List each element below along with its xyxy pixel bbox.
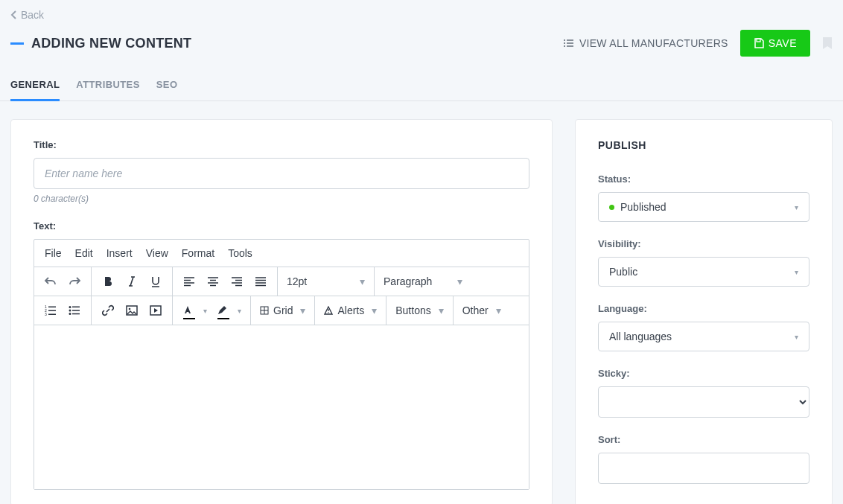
align-justify-icon bbox=[255, 276, 267, 287]
menu-file[interactable]: File bbox=[45, 247, 62, 259]
publish-card: PUBLISH Status: Published ▾ Visibility: … bbox=[575, 119, 833, 504]
unordered-list-icon bbox=[69, 305, 80, 316]
text-label: Text: bbox=[34, 220, 529, 232]
tab-attributes[interactable]: ATTRIBUTES bbox=[76, 71, 139, 101]
align-right-button[interactable] bbox=[225, 269, 249, 293]
toolbar-row-2: 123 bbox=[34, 296, 529, 325]
chevron-down-icon: ▾ bbox=[795, 268, 798, 276]
back-link[interactable]: Back bbox=[0, 0, 843, 24]
status-dot-icon bbox=[609, 205, 614, 210]
main-card: Title: 0 character(s) Text: File Edit In… bbox=[10, 119, 553, 504]
char-count-num: 0 bbox=[34, 194, 39, 204]
other-dropdown[interactable]: Other ▾ bbox=[454, 296, 510, 325]
toolbar-row-1: 12pt ▾ Paragraph ▾ bbox=[34, 267, 529, 296]
buttons-dropdown[interactable]: Buttons ▾ bbox=[386, 296, 453, 325]
undo-button[interactable] bbox=[39, 269, 63, 293]
align-center-icon bbox=[207, 276, 219, 287]
svg-rect-5 bbox=[567, 45, 573, 46]
italic-button[interactable] bbox=[120, 269, 144, 293]
language-select[interactable]: All languages ▾ bbox=[598, 322, 809, 351]
svg-point-4 bbox=[564, 45, 565, 47]
chevron-down-icon: ▾ bbox=[203, 307, 207, 315]
status-select[interactable]: Published ▾ bbox=[598, 192, 809, 222]
chevron-down-icon: ▾ bbox=[496, 304, 501, 316]
tab-seo[interactable]: SEO bbox=[156, 71, 178, 101]
title-label: Title: bbox=[34, 139, 529, 150]
align-right-icon bbox=[231, 276, 243, 287]
bg-color-dropdown[interactable]: ▾ bbox=[232, 299, 246, 322]
format-select[interactable]: Paragraph ▾ bbox=[375, 267, 471, 296]
bold-button[interactable] bbox=[96, 269, 120, 293]
link-icon bbox=[102, 304, 114, 316]
italic-icon bbox=[127, 275, 136, 287]
align-left-button[interactable] bbox=[177, 269, 201, 293]
header-left: ADDING NEW CONTENT bbox=[10, 36, 191, 51]
language-value: All languages bbox=[609, 331, 672, 342]
text-color-dropdown[interactable]: ▾ bbox=[198, 299, 211, 322]
sort-input[interactable] bbox=[598, 453, 809, 484]
svg-rect-3 bbox=[567, 42, 573, 43]
view-all-link[interactable]: VIEW ALL MANUFACTURERS bbox=[563, 37, 728, 49]
visibility-select[interactable]: Public ▾ bbox=[598, 257, 809, 287]
sort-label: Sort: bbox=[598, 434, 809, 445]
underline-button[interactable] bbox=[144, 269, 168, 293]
svg-point-13 bbox=[69, 306, 71, 308]
tabs: GENERAL ATTRIBUTES SEO bbox=[0, 71, 843, 101]
menu-tools[interactable]: Tools bbox=[228, 247, 252, 259]
svg-point-2 bbox=[564, 42, 565, 44]
svg-point-0 bbox=[564, 39, 565, 41]
menu-view[interactable]: View bbox=[146, 247, 168, 259]
align-justify-button[interactable] bbox=[249, 269, 273, 293]
menu-insert[interactable]: Insert bbox=[106, 247, 133, 259]
chevron-down-icon: ▾ bbox=[238, 307, 241, 315]
bg-color-button[interactable] bbox=[211, 299, 232, 322]
editor-body[interactable] bbox=[34, 325, 529, 489]
chevron-down-icon: ▾ bbox=[439, 304, 444, 316]
redo-button[interactable] bbox=[63, 269, 86, 293]
media-button[interactable] bbox=[144, 299, 168, 322]
header-right: VIEW ALL MANUFACTURERS SAVE bbox=[563, 30, 833, 57]
svg-rect-10 bbox=[48, 310, 56, 312]
unordered-list-button[interactable] bbox=[63, 299, 86, 322]
chevron-down-icon: ▾ bbox=[795, 203, 798, 211]
image-button[interactable] bbox=[120, 299, 144, 322]
editor-menu: File Edit Insert View Format Tools bbox=[34, 240, 529, 267]
list-icon bbox=[563, 39, 573, 48]
save-button[interactable]: SAVE bbox=[740, 30, 810, 57]
svg-rect-23 bbox=[328, 309, 329, 311]
rich-text-editor: File Edit Insert View Format Tools bbox=[34, 239, 529, 490]
menu-format[interactable]: Format bbox=[182, 247, 214, 259]
chevron-down-icon: ▾ bbox=[372, 304, 377, 316]
sticky-select[interactable] bbox=[598, 386, 809, 418]
char-count: 0 character(s) bbox=[34, 194, 529, 204]
fontsize-select[interactable]: 12pt ▾ bbox=[278, 267, 375, 296]
buttons-label: Buttons bbox=[395, 304, 430, 316]
undo-icon bbox=[44, 275, 57, 287]
bookmark-icon[interactable] bbox=[822, 36, 833, 50]
visibility-label: Visibility: bbox=[598, 238, 809, 249]
svg-rect-18 bbox=[72, 313, 80, 315]
ordered-list-button[interactable]: 123 bbox=[39, 299, 63, 322]
svg-text:3: 3 bbox=[45, 312, 47, 316]
grid-dropdown[interactable]: Grid ▾ bbox=[251, 296, 315, 325]
svg-rect-14 bbox=[72, 307, 80, 308]
save-icon bbox=[754, 38, 764, 48]
menu-edit[interactable]: Edit bbox=[75, 247, 93, 259]
title-input[interactable] bbox=[34, 158, 529, 189]
svg-rect-24 bbox=[328, 312, 329, 313]
align-center-button[interactable] bbox=[201, 269, 225, 293]
alerts-dropdown[interactable]: Alerts ▾ bbox=[315, 296, 386, 325]
editor-wrap: Text: File Edit Insert View Format Tools bbox=[34, 220, 529, 490]
tab-general[interactable]: GENERAL bbox=[10, 71, 60, 101]
underline-icon bbox=[150, 275, 161, 287]
visibility-value: Public bbox=[609, 266, 637, 278]
link-button[interactable] bbox=[96, 299, 120, 322]
status-label: Status: bbox=[598, 173, 809, 185]
text-color-button[interactable] bbox=[177, 299, 198, 322]
chevron-left-icon bbox=[10, 10, 18, 19]
page-header: ADDING NEW CONTENT VIEW ALL MANUFACTURER… bbox=[0, 24, 843, 71]
bold-icon bbox=[103, 275, 113, 287]
view-all-label: VIEW ALL MANUFACTURERS bbox=[579, 37, 728, 49]
chevron-down-icon: ▾ bbox=[457, 275, 462, 287]
svg-rect-12 bbox=[48, 314, 56, 316]
